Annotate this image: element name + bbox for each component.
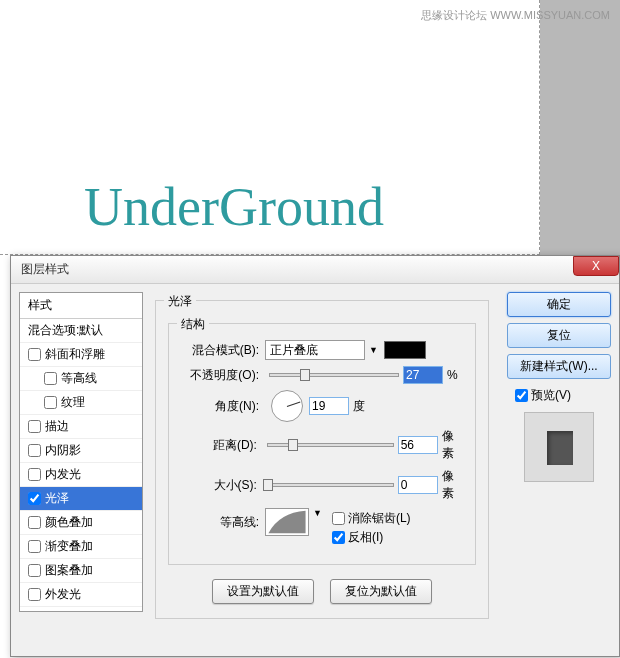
size-label: 大小(S): (179, 477, 257, 494)
watermark-text: 思缘设计论坛 WWW.MISSYUAN.COM (421, 8, 610, 23)
angle-dial[interactable] (271, 390, 303, 422)
style-item-label: 投影 (45, 610, 69, 612)
sample-text: UnderGround (84, 176, 384, 238)
chevron-down-icon[interactable]: ▼ (369, 345, 378, 355)
antialias-checkbox[interactable] (332, 512, 345, 525)
canvas-area: UnderGround (0, 0, 540, 255)
size-input[interactable] (398, 476, 438, 494)
style-item-1[interactable]: 等高线 (20, 367, 142, 391)
style-item-6[interactable]: 光泽 (20, 487, 142, 511)
default-buttons-row: 设置为默认值 复位为默认值 (168, 579, 476, 604)
style-checkbox[interactable] (28, 348, 41, 361)
style-item-4[interactable]: 内阴影 (20, 439, 142, 463)
preview-inner (547, 431, 573, 465)
size-slider[interactable] (267, 483, 394, 487)
invert-check-row: 反相(I) (332, 529, 411, 546)
blend-options-item[interactable]: 混合选项:默认 (20, 319, 142, 343)
size-unit: 像素 (442, 468, 465, 502)
dialog-title: 图层样式 (21, 261, 69, 278)
style-item-label: 等高线 (61, 370, 97, 387)
style-item-label: 光泽 (45, 490, 69, 507)
structure-subgroup: 结构 混合模式(B): 正片叠底 ▼ 不透明度(O): % (168, 323, 476, 565)
blend-mode-value: 正片叠底 (270, 342, 318, 359)
contour-label: 等高线: (179, 508, 259, 531)
antialias-check-row: 消除锯齿(L) (332, 510, 411, 527)
style-item-label: 内发光 (45, 466, 81, 483)
preview-thumbnail (524, 412, 594, 482)
dialog-body: 样式 混合选项:默认 斜面和浮雕等高线纹理描边内阴影内发光光泽颜色叠加渐变叠加图… (11, 284, 619, 656)
style-item-8[interactable]: 渐变叠加 (20, 535, 142, 559)
style-checkbox[interactable] (28, 420, 41, 433)
style-item-2[interactable]: 纹理 (20, 391, 142, 415)
style-item-11[interactable]: 投影 (20, 607, 142, 612)
style-checkbox[interactable] (28, 516, 41, 529)
styles-header: 样式 (20, 293, 142, 319)
satin-group: 光泽 结构 混合模式(B): 正片叠底 ▼ 不透明度(O): (155, 300, 489, 619)
style-item-0[interactable]: 斜面和浮雕 (20, 343, 142, 367)
preview-label: 预览(V) (531, 387, 571, 404)
distance-label: 距离(D): (179, 437, 257, 454)
invert-checkbox[interactable] (332, 531, 345, 544)
opacity-input[interactable] (403, 366, 443, 384)
sub-title: 结构 (177, 316, 209, 333)
style-checkbox[interactable] (44, 372, 57, 385)
style-item-label: 描边 (45, 418, 69, 435)
ok-button[interactable]: 确定 (507, 292, 611, 317)
angle-label: 角度(N): (179, 398, 259, 415)
distance-input[interactable] (398, 436, 438, 454)
style-checkbox[interactable] (28, 540, 41, 553)
close-button[interactable]: X (573, 256, 619, 276)
distance-slider[interactable] (267, 443, 394, 447)
opacity-slider[interactable] (269, 373, 399, 377)
style-checkbox[interactable] (44, 396, 57, 409)
angle-input[interactable] (309, 397, 349, 415)
style-item-label: 斜面和浮雕 (45, 346, 105, 363)
style-item-5[interactable]: 内发光 (20, 463, 142, 487)
opacity-label: 不透明度(O): (179, 367, 259, 384)
group-title: 光泽 (164, 293, 196, 310)
blend-mode-label: 混合模式(B): (179, 342, 259, 359)
angle-row: 角度(N): 度 (179, 390, 465, 422)
color-swatch[interactable] (384, 341, 426, 359)
distance-row: 距离(D): 像素 (179, 428, 465, 462)
distance-unit: 像素 (442, 428, 465, 462)
style-item-label: 图案叠加 (45, 562, 93, 579)
style-item-label: 纹理 (61, 394, 85, 411)
style-item-9[interactable]: 图案叠加 (20, 559, 142, 583)
style-checkbox[interactable] (28, 564, 41, 577)
style-checkbox[interactable] (28, 492, 41, 505)
style-checkbox[interactable] (28, 444, 41, 457)
angle-unit: 度 (353, 398, 365, 415)
right-panel: 确定 复位 新建样式(W)... 预览(V) (501, 292, 611, 648)
style-checkbox[interactable] (28, 468, 41, 481)
dialog-titlebar[interactable]: 图层样式 X (11, 256, 619, 284)
chevron-down-icon[interactable]: ▼ (313, 508, 322, 518)
style-item-label: 渐变叠加 (45, 538, 93, 555)
blend-mode-combo[interactable]: 正片叠底 (265, 340, 365, 360)
opacity-unit: % (447, 368, 458, 382)
style-item-label: 外发光 (45, 586, 81, 603)
set-default-button[interactable]: 设置为默认值 (212, 579, 314, 604)
style-item-label: 颜色叠加 (45, 514, 93, 531)
invert-label: 反相(I) (348, 529, 383, 546)
cancel-button[interactable]: 复位 (507, 323, 611, 348)
contour-row: 等高线: ▼ 消除锯齿(L) 反相(I) (179, 508, 465, 548)
style-item-3[interactable]: 描边 (20, 415, 142, 439)
contour-picker[interactable] (265, 508, 309, 536)
antialias-label: 消除锯齿(L) (348, 510, 411, 527)
style-item-10[interactable]: 外发光 (20, 583, 142, 607)
preview-checkbox[interactable] (515, 389, 528, 402)
preview-check-row: 预览(V) (515, 387, 611, 404)
style-checkbox[interactable] (28, 588, 41, 601)
new-style-button[interactable]: 新建样式(W)... (507, 354, 611, 379)
style-item-7[interactable]: 颜色叠加 (20, 511, 142, 535)
styles-list-panel: 样式 混合选项:默认 斜面和浮雕等高线纹理描边内阴影内发光光泽颜色叠加渐变叠加图… (19, 292, 143, 612)
style-item-label: 内阴影 (45, 442, 81, 459)
contour-checks: 消除锯齿(L) 反相(I) (332, 508, 411, 548)
canvas-gray-bg (540, 0, 620, 255)
opacity-row: 不透明度(O): % (179, 366, 465, 384)
reset-default-button[interactable]: 复位为默认值 (330, 579, 432, 604)
size-row: 大小(S): 像素 (179, 468, 465, 502)
center-panel: 光泽 结构 混合模式(B): 正片叠底 ▼ 不透明度(O): (143, 292, 501, 648)
blend-mode-row: 混合模式(B): 正片叠底 ▼ (179, 340, 465, 360)
